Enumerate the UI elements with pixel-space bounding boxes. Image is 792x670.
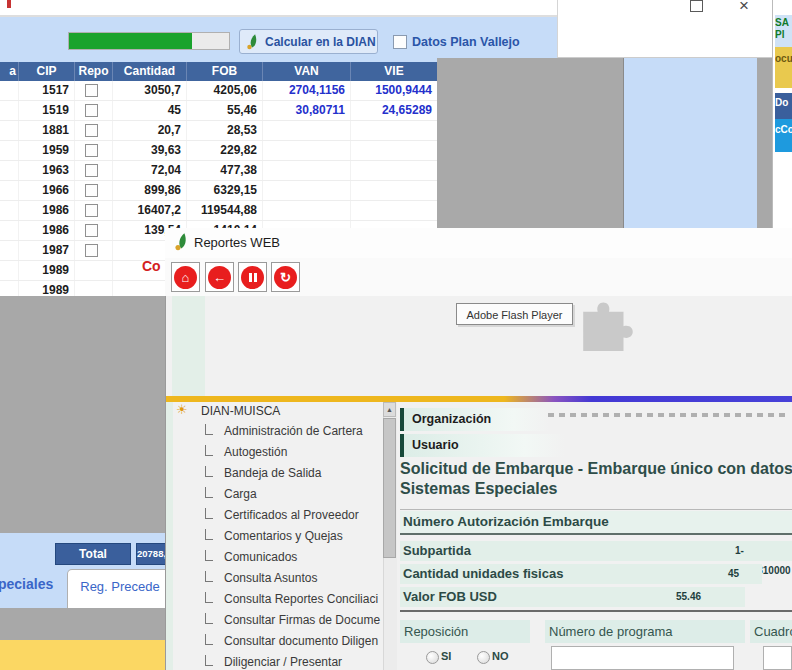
tree-item-diligenciar-presentar[interactable]: Diligenciar / Presentar	[172, 652, 382, 670]
tree-item-consultar-documento-diligen[interactable]: Consultar documento Diligen	[172, 631, 382, 652]
tab-reg-precedente[interactable]: Reg. Precede	[67, 569, 173, 608]
usuario-header: Usuario	[400, 434, 565, 457]
tree-item-consultar-firmas-de-docume[interactable]: Consultar Firmas de Docume	[172, 610, 382, 631]
table-row[interactable]: 15194555,4630,8071124,65289	[0, 101, 437, 121]
column-header-vie: VIE	[350, 62, 437, 81]
cell-repo	[74, 221, 112, 240]
cell-hidden	[0, 201, 18, 220]
tree-root-dian-muisca[interactable]: DIAN-MUISCA	[201, 404, 280, 418]
plugin-puzzle-icon[interactable]	[577, 291, 639, 351]
divider	[400, 509, 792, 510]
gold-blue-gradient-band	[166, 396, 792, 402]
numero-programa-input[interactable]	[551, 646, 734, 670]
cell-repo	[74, 121, 112, 140]
scrollbar-up-icon[interactable]: ▲	[383, 402, 396, 417]
maximize-icon[interactable]	[690, 0, 703, 12]
repo-checkbox[interactable]	[85, 144, 98, 157]
cell-cip: 1963	[18, 161, 74, 180]
tree-item-carga[interactable]: Carga	[172, 484, 382, 505]
table-row[interactable]: 1966899,866329,15	[0, 181, 437, 201]
cell-fob: 477,38	[186, 161, 262, 180]
repo-checkbox[interactable]	[85, 204, 98, 217]
cell-cantidad: 39,63	[112, 141, 186, 160]
repo-checkbox[interactable]	[85, 164, 98, 177]
cell-van	[262, 141, 350, 160]
tree-item-certificados-al-proveedor[interactable]: Certificados al Proveedor	[172, 505, 382, 526]
home-button[interactable]: ⌂	[171, 262, 200, 292]
titlebar-app-icon	[7, 0, 11, 8]
tree-item-label: Bandeja de Salida	[224, 466, 321, 480]
table-row[interactable]: 15173050,74205,062704,11561500,9444	[0, 81, 437, 101]
tree-branch-icon	[205, 529, 213, 540]
cell-repo	[74, 81, 112, 100]
repo-checkbox[interactable]	[85, 244, 98, 257]
cuadro-input[interactable]	[763, 646, 792, 670]
tree-item-label: Autogestión	[224, 445, 287, 459]
cell-repo	[74, 161, 112, 180]
flash-content-strip	[172, 296, 205, 396]
cell-fob: 229,82	[186, 141, 262, 160]
cell-repo	[74, 181, 112, 200]
tree-item-label: Consulta Reportes Conciliaci	[224, 592, 378, 606]
numero-programa-header: Número de programa	[545, 620, 745, 643]
repo-checkbox[interactable]	[85, 124, 98, 137]
repo-checkbox[interactable]	[85, 104, 98, 117]
tree-item-consulta-asuntos[interactable]: Consulta Asuntos	[172, 568, 382, 589]
cell-hidden	[0, 241, 18, 260]
back-button[interactable]: ←	[205, 262, 234, 292]
cell-hidden	[0, 141, 18, 160]
reportes-window-title: Reportes WEB	[194, 235, 280, 250]
cell-hidden	[0, 101, 18, 120]
cell-repo	[74, 101, 112, 120]
tree-item-comunicados[interactable]: Comunicados	[172, 547, 382, 568]
tree-item-administraci-n-de-cartera[interactable]: Administración de Cartera	[172, 421, 382, 442]
radio-no[interactable]	[477, 651, 490, 664]
datos-plan-vallejo-label: Datos Plan Vallejo	[412, 35, 520, 49]
calcular-dian-button[interactable]: Calcular en la DIAN	[239, 29, 378, 54]
tree-item-label: Comentarios y Quejas	[224, 529, 343, 543]
side-strip-tab-blue[interactable]: Do	[775, 93, 792, 121]
repo-checkbox[interactable]	[85, 184, 98, 197]
tree-branch-icon	[205, 550, 213, 561]
cell-cip: 1986	[18, 201, 74, 220]
leaf-icon	[174, 232, 190, 252]
table-header: aCIPRepoCantidadFOBVANVIE	[0, 62, 437, 81]
repo-checkbox[interactable]	[85, 224, 98, 237]
tree-branch-icon	[205, 508, 213, 519]
tree-item-label: Consultar Firmas de Docume	[224, 613, 380, 627]
cell-cantidad: 72,04	[112, 161, 186, 180]
table-row[interactable]: 195939,63229,82	[0, 141, 437, 161]
side-strip-label: SAPl	[775, 15, 792, 47]
cell-van	[262, 201, 350, 220]
close-icon[interactable]: ×	[739, 0, 749, 16]
cell-vie	[350, 141, 437, 160]
tree-branch-icon	[205, 424, 213, 435]
repo-checkbox[interactable]	[85, 84, 98, 97]
table-row[interactable]: 188120,728,53	[0, 121, 437, 141]
tree-item-autogesti-n[interactable]: Autogestión	[172, 442, 382, 463]
tree-item-bandeja-de-salida[interactable]: Bandeja de Salida	[172, 463, 382, 484]
side-strip-tab-cyan[interactable]: cCo	[775, 119, 792, 152]
cell-fob: 6329,15	[186, 181, 262, 200]
tree-item-comentarios-y-quejas[interactable]: Comentarios y Quejas	[172, 526, 382, 547]
pause-button[interactable]	[238, 262, 267, 292]
tree-item-label: Consultar documento Diligen	[224, 634, 378, 648]
table-row[interactable]: 198616407,2119544,88	[0, 201, 437, 221]
cell-vie	[350, 121, 437, 140]
refresh-button[interactable]: ↻	[271, 262, 300, 292]
page-title-line1: Solicitud de Embarque - Embarque único c…	[400, 460, 792, 478]
tree-item-consulta-reportes-conciliaci[interactable]: Consulta Reportes Conciliaci	[172, 589, 382, 610]
datos-plan-vallejo-checkbox[interactable]	[393, 35, 407, 49]
column-header-a: a	[0, 62, 18, 81]
tree-branch-icon	[205, 445, 213, 456]
home-icon: ⌂	[174, 266, 197, 289]
partial-alert-text: Co	[142, 258, 161, 274]
side-strip-tab-gold[interactable]: ocu	[775, 47, 792, 88]
table-row[interactable]: 196372,04477,38	[0, 161, 437, 181]
gray-placeholder-block	[437, 58, 624, 231]
cell-cip: 1959	[18, 141, 74, 160]
scrollbar-thumb[interactable]	[383, 418, 396, 558]
cell-fob: 28,53	[186, 121, 262, 140]
tab-sistemas-especiales[interactable]: peciales	[0, 576, 53, 592]
radio-si[interactable]	[426, 651, 439, 664]
